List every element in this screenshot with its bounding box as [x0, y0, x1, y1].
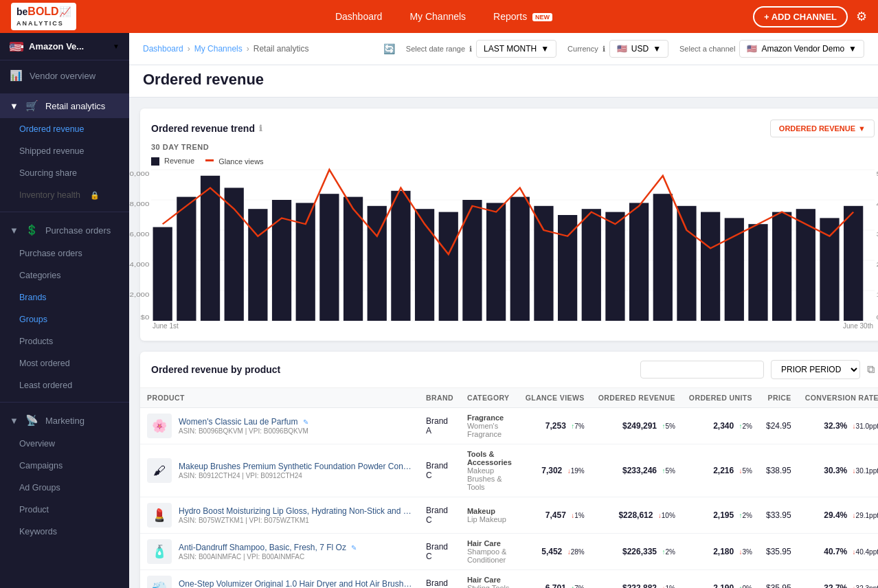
marketing-icon: 📡: [25, 414, 38, 427]
chart-date-labels: June 1st June 30th: [151, 322, 875, 330]
ordered-revenue-btn[interactable]: ORDERED REVENUE ▼: [770, 120, 875, 137]
product-asin: ASIN: B0912CTH24 | VPI: B0912CTH24: [179, 472, 412, 479]
sidebar-item-campaigns[interactable]: Campaigns: [0, 455, 129, 477]
logo-chart-icon: 📈: [59, 6, 71, 17]
settings-icon[interactable]: ⚙: [856, 9, 867, 24]
product-name[interactable]: Makeup Brushes Premium Synthetic Foundat…: [179, 462, 412, 473]
sidebar-retail-label: Retail analytics: [45, 101, 105, 111]
svg-rect-28: [391, 191, 410, 321]
conv-cell: 30.3% ↓30.1ppt: [798, 444, 878, 497]
glance-cell: 5,452 ↓28%: [519, 534, 592, 570]
vendor-overview-icon: 📊: [10, 69, 23, 82]
table-row: 🧴 Anti-Dandruff Shampoo, Basic, Fresh, 7…: [140, 534, 878, 570]
header-controls: 🔄 Select date range ℹ LAST MONTH ▼ Curre…: [383, 40, 864, 58]
sidebar-item-mkt-overview[interactable]: Overview: [0, 433, 129, 455]
nav-dashboard[interactable]: Dashboard: [335, 11, 383, 22]
svg-rect-36: [582, 209, 601, 321]
product-link-icon[interactable]: ✎: [303, 418, 308, 426]
date-range-value: LAST MONTH: [484, 44, 537, 54]
products-label: Products: [19, 337, 53, 346]
svg-rect-41: [701, 212, 720, 321]
trend-info-icon[interactable]: ℹ: [259, 124, 262, 133]
svg-rect-24: [296, 203, 315, 321]
shipped-revenue-label: Shipped revenue: [19, 146, 85, 156]
product-thumbnail: 🧴: [147, 539, 172, 564]
glance-cell: 7,302 ↓19%: [519, 444, 592, 497]
logo-bold: BOLD: [27, 5, 58, 17]
currency-group: Currency ℹ 🇺🇸 USD ▼: [567, 40, 668, 58]
legend-revenue-icon: [151, 157, 159, 166]
units-cell: 2,190 ↑0%: [682, 570, 759, 588]
product-data-table: PRODUCT BRAND CATEGORY GLANCE VIEWS ORDE…: [140, 388, 878, 588]
svg-rect-39: [653, 194, 673, 321]
channel-select[interactable]: 🇺🇸 Amazon Vendor Demo ▼: [739, 40, 864, 58]
product-link-icon[interactable]: ✎: [351, 544, 357, 552]
period-select[interactable]: PRIOR PERIOD: [771, 360, 860, 379]
sidebar-item-most-ordered[interactable]: Most ordered: [0, 352, 129, 374]
sidebar-item-keywords[interactable]: Keywords: [0, 521, 129, 543]
sidebar-item-purchase-orders-group[interactable]: ▼ 💲 Purchase orders: [0, 218, 129, 242]
svg-rect-19: [177, 197, 196, 321]
svg-rect-34: [534, 206, 553, 321]
brand-cell: Brand C: [419, 497, 460, 534]
svg-rect-44: [772, 212, 791, 321]
svg-rect-18: [153, 227, 172, 321]
sidebar-item-ordered-revenue[interactable]: Ordered revenue: [0, 118, 129, 140]
ad-groups-label: Ad Groups: [19, 483, 60, 493]
product-link-icon[interactable]: ✎: [409, 580, 412, 588]
product-name[interactable]: Anti-Dandruff Shampoo, Basic, Fresh, 7 F…: [179, 543, 357, 554]
add-channel-button[interactable]: + ADD CHANNEL: [753, 6, 848, 27]
nav-my-channels[interactable]: My Channels: [409, 11, 466, 22]
conv-cell: 32.3% ↓31.0ppt: [798, 408, 878, 444]
product-name[interactable]: Hydro Boost Moisturizing Lip Gloss, Hydr…: [179, 506, 412, 517]
brand-cell: Brand A: [419, 408, 460, 444]
table-scroll[interactable]: PRODUCT BRAND CATEGORY GLANCE VIEWS ORDE…: [140, 388, 878, 588]
currency-select[interactable]: 🇺🇸 USD ▼: [609, 40, 668, 58]
account-name: Amazon Ve...: [29, 41, 107, 52]
product-search-input[interactable]: [640, 361, 764, 378]
account-flag-icon: 🇺🇸: [10, 42, 23, 52]
sidebar-item-brands[interactable]: Brands: [0, 286, 129, 308]
product-name[interactable]: One-Step Volumizer Original 1.0 Hair Dry…: [179, 579, 412, 588]
sidebar-item-least-ordered[interactable]: Least ordered: [0, 374, 129, 396]
flag-us-icon: 🇺🇸: [617, 44, 627, 54]
sidebar-item-ad-groups[interactable]: Ad Groups: [0, 477, 129, 499]
search-wrapper: [640, 361, 764, 378]
date-range-select[interactable]: LAST MONTH ▼: [476, 40, 556, 58]
date-end-label: June 30th: [843, 322, 873, 330]
brands-label: Brands: [19, 293, 47, 302]
sidebar-item-products[interactable]: Products: [0, 330, 129, 352]
price-cell: $35.95: [759, 534, 798, 570]
product-asin: ASIN: B0096BQKVM | VPI: B0096BQKVM: [179, 427, 308, 435]
sidebar-item-product-mkt[interactable]: Product: [0, 499, 129, 521]
breadcrumb-my-channels[interactable]: My Channels: [194, 44, 243, 54]
btn-chevron-icon: ▼: [858, 124, 866, 133]
nav-reports[interactable]: Reports NEW: [493, 11, 552, 22]
refresh-icon[interactable]: 🔄: [383, 43, 395, 54]
breadcrumb-dashboard[interactable]: Dashboard: [143, 44, 183, 54]
product-thumbnail: 💄: [147, 503, 172, 528]
copy-icon[interactable]: ⧉: [867, 363, 875, 376]
table-header: Ordered revenue by product PRIOR PERIOD …: [140, 352, 878, 388]
sidebar-item-vendor-overview[interactable]: 📊 Vendor overview: [0, 63, 129, 88]
product-name[interactable]: Women's Classic Lau de Parfum ✎: [179, 417, 308, 428]
sidebar-item-sourcing-share[interactable]: Sourcing share: [0, 162, 129, 184]
main-content: Dashboard › My Channels › Retail analyti…: [129, 33, 878, 588]
sidebar-item-po-list[interactable]: Purchase orders: [0, 242, 129, 264]
svg-rect-26: [344, 197, 363, 321]
date-range-info-icon: ℹ: [469, 45, 472, 53]
sidebar-item-categories[interactable]: Categories: [0, 264, 129, 286]
price-cell: $33.95: [759, 497, 798, 534]
logo[interactable]: beBOLD📈 ANALYTICS: [11, 3, 76, 31]
page-title-bar: Ordered revenue: [129, 65, 878, 98]
trend-card: Ordered revenue trend ℹ ORDERED REVENUE …: [140, 109, 878, 341]
marketing-chevron-icon: ▼: [10, 416, 19, 426]
sidebar-item-inventory-health[interactable]: Inventory health 🔒: [0, 184, 129, 206]
sidebar-item-retail-analytics[interactable]: ▼ 🛒 Retail analytics: [0, 93, 129, 118]
inventory-health-label: Inventory health: [19, 190, 80, 200]
page-title: Ordered revenue: [143, 71, 864, 89]
sidebar-item-groups[interactable]: Groups: [0, 308, 129, 330]
sidebar-account[interactable]: 🇺🇸 Amazon Ve... ▼: [0, 33, 129, 60]
sidebar-item-marketing-group[interactable]: ▼ 📡 Marketing: [0, 408, 129, 433]
sidebar-item-shipped-revenue[interactable]: Shipped revenue: [0, 140, 129, 162]
